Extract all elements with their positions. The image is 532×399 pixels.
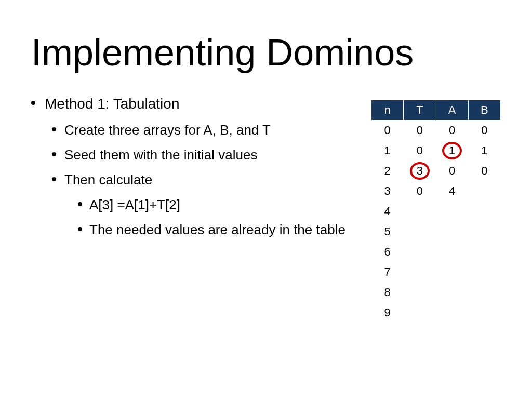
table-cell: 5 bbox=[371, 222, 404, 242]
table-header: A bbox=[436, 100, 468, 121]
table-cell: 1 bbox=[468, 141, 500, 161]
table-cell: 0 bbox=[404, 181, 436, 202]
table-row: 304 bbox=[371, 181, 501, 202]
table-row: 6 bbox=[371, 242, 501, 262]
table-cell: 0 bbox=[468, 161, 500, 181]
table-cell bbox=[468, 303, 500, 323]
table-cell bbox=[404, 262, 436, 283]
bullet-text: A[3] =A[1]+T[2] bbox=[89, 196, 180, 214]
table-cell: 3 bbox=[371, 181, 404, 202]
table-cell bbox=[436, 222, 468, 242]
bullet-level3: The needed values are already in the tab… bbox=[78, 221, 361, 239]
bullet-dot-icon bbox=[52, 127, 56, 131]
table-cell bbox=[436, 202, 468, 222]
table-cell: 0 bbox=[371, 121, 404, 141]
bullet-text: Method 1: Tabulation bbox=[45, 95, 179, 113]
table-cell bbox=[468, 283, 500, 303]
table-row: 2300 bbox=[371, 161, 501, 181]
bullet-level2: Create three arrays for A, B, and T bbox=[52, 122, 361, 139]
table-cell: 7 bbox=[371, 262, 404, 283]
table-header: B bbox=[468, 100, 500, 121]
bullet-text: Create three arrays for A, B, and T bbox=[64, 122, 271, 139]
table-row: 9 bbox=[371, 303, 501, 323]
table-cell: 6 bbox=[371, 242, 404, 262]
table-header: n bbox=[371, 100, 404, 121]
table-cell: 0 bbox=[436, 121, 468, 141]
slide-title: Implementing Dominos bbox=[31, 31, 501, 74]
table-cell bbox=[404, 222, 436, 242]
bullet-dot-icon bbox=[31, 101, 35, 105]
bullet-dot-icon bbox=[78, 227, 82, 231]
table-header-row: n T A B bbox=[371, 100, 501, 121]
table-cell bbox=[468, 222, 500, 242]
table-row: 8 bbox=[371, 283, 501, 303]
table-cell bbox=[436, 283, 468, 303]
bullet-text: Then calculate bbox=[64, 171, 152, 189]
bullet-level2: Then calculate bbox=[52, 171, 361, 189]
table-cell bbox=[468, 262, 500, 283]
table-cell: 1 bbox=[371, 141, 404, 161]
table-cell: 0 bbox=[404, 121, 436, 141]
content-area: Method 1: Tabulation Create three arrays… bbox=[31, 95, 501, 323]
table-column: n T A B 000010112300304456789 bbox=[371, 95, 501, 323]
table-cell: 4 bbox=[436, 181, 468, 202]
table-cell bbox=[436, 262, 468, 283]
table-cell: 0 bbox=[468, 121, 500, 141]
table-cell bbox=[436, 303, 468, 323]
bullet-text: The needed values are already in the tab… bbox=[89, 221, 345, 239]
table-cell: 1 bbox=[436, 141, 468, 161]
table-row: 5 bbox=[371, 222, 501, 242]
slide: Implementing Dominos Method 1: Tabulatio… bbox=[0, 0, 532, 399]
table-cell bbox=[404, 283, 436, 303]
table-header: T bbox=[404, 100, 436, 121]
table-cell bbox=[404, 303, 436, 323]
table-cell: 0 bbox=[436, 161, 468, 181]
bullet-text: Seed them with the initial values bbox=[64, 147, 257, 164]
bullet-dot-icon bbox=[78, 202, 82, 206]
tabulation-table: n T A B 000010112300304456789 bbox=[371, 100, 501, 323]
table-cell bbox=[468, 242, 500, 262]
bullet-dot-icon bbox=[52, 177, 56, 181]
bullet-level1: Method 1: Tabulation bbox=[31, 95, 361, 113]
bullet-level2: Seed them with the initial values bbox=[52, 147, 361, 164]
table-cell bbox=[436, 242, 468, 262]
table-cell: 2 bbox=[371, 161, 404, 181]
table-cell bbox=[468, 202, 500, 222]
table-cell: 8 bbox=[371, 283, 404, 303]
table-row: 1011 bbox=[371, 141, 501, 161]
table-row: 4 bbox=[371, 202, 501, 222]
table-cell: 4 bbox=[371, 202, 404, 222]
table-cell bbox=[468, 181, 500, 202]
table-cell: 3 bbox=[404, 161, 436, 181]
bullet-level3: A[3] =A[1]+T[2] bbox=[78, 196, 361, 214]
table-cell bbox=[404, 242, 436, 262]
bullet-column: Method 1: Tabulation Create three arrays… bbox=[31, 95, 371, 246]
table-cell: 9 bbox=[371, 303, 404, 323]
table-cell bbox=[404, 202, 436, 222]
bullet-dot-icon bbox=[52, 152, 56, 156]
table-row: 0000 bbox=[371, 121, 501, 141]
table-row: 7 bbox=[371, 262, 501, 283]
table-cell: 0 bbox=[404, 141, 436, 161]
